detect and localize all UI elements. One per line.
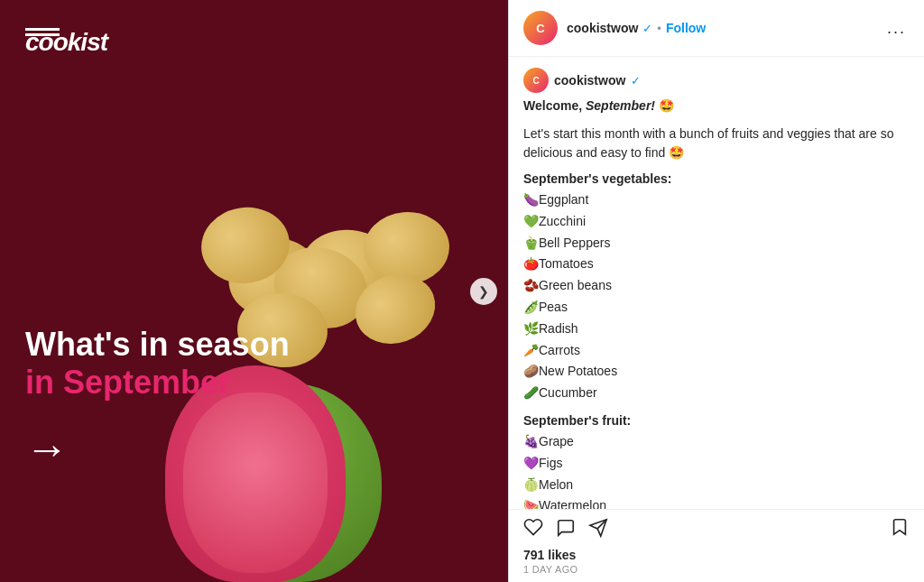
headline: What's in season in September	[25, 327, 290, 402]
headline-pink: in September	[25, 363, 290, 402]
list-item: 🥒Cucumber	[523, 383, 910, 404]
caption-verified-icon: ✓	[631, 74, 641, 88]
list-item: 🫑Bell Peppers	[523, 233, 910, 254]
list-item: 🥔New Potatoes	[523, 361, 910, 383]
time-ago: 1 day ago	[523, 564, 910, 575]
comment-button[interactable]	[556, 518, 576, 542]
greeting-month: September!	[586, 98, 655, 113]
caption-username: cookistwow	[554, 73, 625, 88]
greeting-bold: Welcome,	[523, 98, 586, 113]
vegetables-list: 🍆Eggplant💚Zucchini🫑Bell Peppers🍅Tomatoes…	[523, 189, 910, 404]
post-content: C cookistwow ✓ Welcome, September! 🤩 Let…	[509, 57, 924, 509]
caption-body: Let's start this month with a bunch of f…	[523, 125, 910, 162]
greeting-text: Welcome, September! 🤩	[523, 98, 674, 113]
list-item: 🌿Radish	[523, 319, 910, 340]
post-header: C cookistwow ✓ • Follow ...	[509, 0, 924, 57]
action-row	[523, 517, 910, 542]
list-item: 🫛Peas	[523, 297, 910, 319]
list-item: 💚Zucchini	[523, 211, 910, 233]
next-slide-button[interactable]: ❯	[470, 278, 497, 305]
list-item: 💜Figs	[523, 453, 910, 475]
follow-button[interactable]: Follow	[666, 21, 706, 35]
arrow-button[interactable]: →	[25, 424, 69, 474]
user-info: cookistwow ✓ • Follow	[567, 21, 706, 35]
caption-avatar: C	[523, 68, 549, 93]
dot-separator: •	[657, 22, 661, 35]
list-item: 🥕Carrots	[523, 340, 910, 362]
list-item: 🍇Grape	[523, 431, 910, 453]
avatar: C	[523, 11, 558, 45]
fruits-list: 🍇Grape💜Figs🍈Melon🍉Watermelon🍑Peaches🍐Pri…	[523, 431, 910, 509]
likes-count: 791 likes	[523, 548, 910, 562]
headline-white: What's in season	[25, 327, 290, 363]
list-item: 🍅Tomatoes	[523, 254, 910, 275]
list-item: 🍈Melon	[523, 475, 910, 496]
list-item: 🍆Eggplant	[523, 189, 910, 211]
cookist-logo: cookist	[25, 25, 60, 36]
more-options-button[interactable]: ...	[883, 15, 910, 42]
post-footer: 791 likes 1 day ago	[509, 509, 924, 582]
caption-greeting: Welcome, September! 🤩	[523, 97, 910, 115]
caption-header: C cookistwow ✓	[523, 68, 910, 93]
username-row: cookistwow ✓ • Follow	[567, 21, 706, 35]
verified-icon: ✓	[642, 22, 652, 35]
post-header-left: C cookistwow ✓ • Follow	[523, 11, 706, 45]
share-button[interactable]	[588, 518, 608, 542]
list-item: 🍉Watermelon	[523, 495, 910, 509]
left-panel: cookist What's in season in September → …	[0, 0, 508, 582]
fruits-title: September's fruit:	[523, 413, 910, 428]
bookmark-button[interactable]	[890, 517, 910, 542]
like-button[interactable]	[523, 517, 543, 542]
username: cookistwow	[567, 21, 638, 35]
list-item: 🫘Green beans	[523, 275, 910, 297]
vegetables-title: September's vegetables:	[523, 171, 910, 186]
right-panel: C cookistwow ✓ • Follow ... C cookistwow…	[508, 0, 924, 582]
